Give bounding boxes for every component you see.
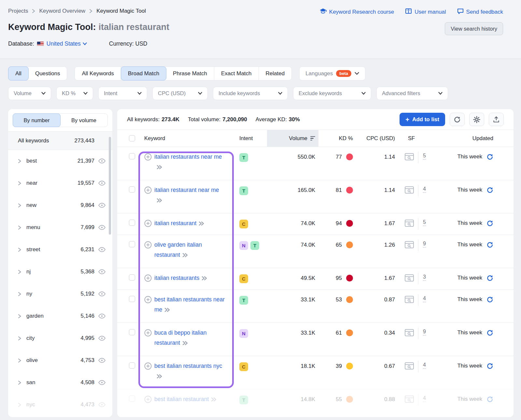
refresh-icon[interactable]	[486, 396, 493, 403]
add-keyword-icon[interactable]	[144, 329, 152, 356]
sf-count[interactable]: 9	[423, 329, 426, 336]
by-number-toggle[interactable]: By number	[13, 113, 61, 127]
kd-column-header[interactable]: KD %	[318, 130, 359, 147]
sidebar-group-new[interactable]: new 9,864	[8, 194, 112, 216]
intent-filter[interactable]: Intent	[98, 87, 147, 100]
breadcrumb-keyword-overview[interactable]: Keyword Overview	[39, 8, 85, 14]
tab-questions[interactable]: Questions	[28, 67, 67, 80]
sidebar-group-city[interactable]: city 4,995	[8, 327, 112, 349]
eye-icon[interactable]	[97, 313, 106, 319]
keyword-research-course-link[interactable]: Keyword Research course	[319, 8, 394, 16]
eye-icon[interactable]	[97, 291, 106, 297]
sf-count[interactable]: 5	[423, 153, 426, 160]
open-keyword-icon[interactable]	[202, 274, 208, 284]
sidebar-group-near[interactable]: near 19,557	[8, 172, 112, 194]
expand-chevron-icon[interactable]	[18, 247, 26, 252]
sf-count[interactable]: 4	[423, 362, 426, 369]
row-checkbox[interactable]	[129, 362, 135, 369]
sidebar-group-san[interactable]: san 4,508	[8, 371, 112, 394]
expand-chevron-icon[interactable]	[18, 358, 26, 363]
user-manual-link[interactable]: User manual	[405, 8, 446, 16]
expand-chevron-icon[interactable]	[18, 159, 26, 164]
expand-chevron-icon[interactable]	[18, 203, 26, 208]
keyword-link[interactable]: best italian restaurant	[154, 396, 209, 402]
add-keyword-icon[interactable]	[144, 241, 152, 268]
tab-all[interactable]: All	[8, 66, 29, 80]
expand-chevron-icon[interactable]	[18, 225, 26, 230]
advanced-filters[interactable]: Advanced filters	[376, 87, 448, 100]
keyword-link[interactable]: italian restaurant	[154, 220, 196, 226]
send-feedback-link[interactable]: Send feedback	[457, 8, 503, 16]
open-keyword-icon[interactable]	[164, 305, 171, 315]
row-checkbox[interactable]	[129, 153, 135, 159]
serp-features-icon[interactable]	[404, 241, 414, 249]
serp-features-icon[interactable]	[404, 395, 414, 403]
refresh-icon[interactable]	[486, 275, 493, 282]
add-keyword-icon[interactable]	[144, 274, 152, 289]
sidebar-group-olive[interactable]: olive 4,753	[8, 349, 112, 371]
breadcrumb-projects[interactable]: Projects	[8, 8, 28, 14]
expand-chevron-icon[interactable]	[18, 292, 26, 297]
tab-all-keywords[interactable]: All Keywords	[75, 67, 121, 80]
row-checkbox[interactable]	[129, 274, 135, 281]
keyword-link[interactable]: buca di beppo italian restaurant	[154, 329, 207, 346]
cpc-filter[interactable]: CPC (USD)	[152, 87, 208, 100]
keyword-link[interactable]: italian restaurant near me	[154, 187, 219, 193]
refresh-metrics-button[interactable]	[450, 113, 465, 126]
add-keyword-icon[interactable]	[144, 186, 152, 213]
serp-features-icon[interactable]	[404, 186, 414, 194]
keyword-link[interactable]: italian restaurants near me	[154, 153, 222, 160]
settings-gear-button[interactable]	[469, 113, 484, 126]
serp-features-icon[interactable]	[404, 362, 414, 370]
sf-count[interactable]: 3	[423, 274, 426, 281]
add-to-list-button[interactable]: +Add to list	[400, 113, 445, 126]
by-volume-toggle[interactable]: By volume	[60, 114, 107, 127]
sf-count[interactable]: 4	[423, 395, 426, 402]
open-keyword-icon[interactable]	[182, 339, 189, 349]
include-keywords-filter[interactable]: Include keywords	[213, 87, 288, 100]
keyword-link[interactable]: olive garden italian restaurant	[154, 241, 202, 258]
serp-features-icon[interactable]	[404, 274, 414, 282]
refresh-icon[interactable]	[486, 363, 493, 369]
languages-dropdown[interactable]: Languages beta	[299, 66, 365, 80]
eye-icon[interactable]	[97, 402, 106, 407]
refresh-icon[interactable]	[486, 187, 493, 194]
tab-related[interactable]: Related	[259, 67, 292, 80]
open-keyword-icon[interactable]	[199, 219, 205, 229]
add-keyword-icon[interactable]	[144, 396, 152, 413]
expand-chevron-icon[interactable]	[18, 402, 26, 407]
refresh-icon[interactable]	[486, 296, 493, 303]
eye-icon[interactable]	[97, 225, 106, 230]
serp-features-icon[interactable]	[404, 329, 414, 337]
keyword-link[interactable]: italian restaurants	[154, 275, 199, 281]
row-checkbox[interactable]	[129, 220, 135, 226]
tab-exact-match[interactable]: Exact Match	[214, 67, 259, 80]
refresh-icon[interactable]	[486, 241, 493, 248]
row-checkbox[interactable]	[129, 241, 135, 247]
export-button[interactable]	[489, 113, 504, 126]
sf-count[interactable]: 5	[423, 219, 426, 226]
sf-count[interactable]: 4	[423, 186, 426, 193]
sidebar-group-garden[interactable]: garden 5,146	[8, 305, 112, 327]
add-keyword-icon[interactable]	[144, 153, 152, 180]
sidebar-group-best[interactable]: best 21,397	[8, 150, 112, 172]
expand-chevron-icon[interactable]	[18, 269, 26, 274]
all-keywords-group[interactable]: All keywords 273,443	[8, 132, 112, 150]
kd-filter[interactable]: KD %	[56, 87, 93, 100]
exclude-keywords-filter[interactable]: Exclude keywords	[293, 87, 371, 100]
add-keyword-icon[interactable]	[144, 220, 152, 235]
keyword-link[interactable]: best italian restaurants nyc	[154, 363, 222, 369]
sidebar-group-nyc[interactable]: nyc 4,473	[8, 394, 112, 416]
serp-features-icon[interactable]	[404, 219, 414, 227]
row-checkbox[interactable]	[129, 396, 135, 402]
add-keyword-icon[interactable]	[144, 296, 152, 323]
sidebar-scrollbar[interactable]	[109, 137, 111, 235]
eye-icon[interactable]	[97, 380, 106, 385]
eye-icon[interactable]	[97, 358, 106, 363]
sf-count[interactable]: 9	[423, 241, 426, 248]
eye-icon[interactable]	[97, 247, 106, 252]
eye-icon[interactable]	[97, 203, 106, 208]
open-keyword-icon[interactable]	[182, 251, 189, 261]
sidebar-group-ny[interactable]: ny 5,192	[8, 283, 112, 305]
serp-features-icon[interactable]	[404, 153, 414, 161]
